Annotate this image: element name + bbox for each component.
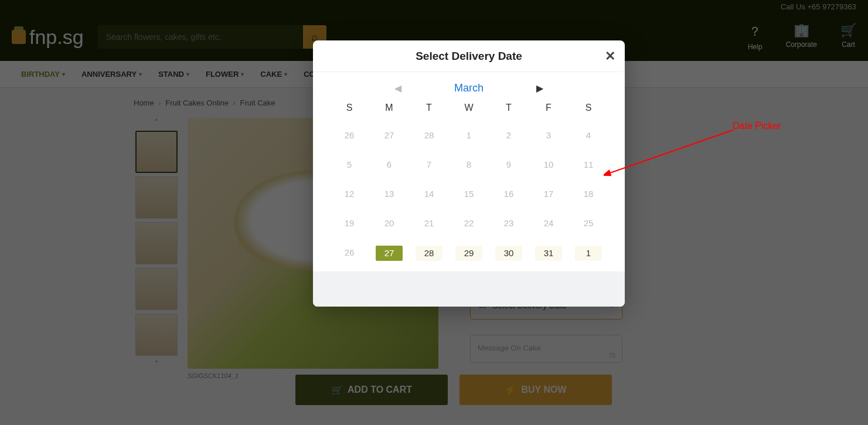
calendar-day: 7 [409,158,449,172]
calendar-day[interactable]: 29 [455,246,482,261]
calendar-day: 5 [329,158,369,172]
calendar-nav: ◀ March ▶ [329,78,608,98]
calendar-day[interactable]: 30 [495,246,522,261]
calendar-day: 4 [569,128,608,142]
calendar-dow: F [529,103,569,113]
calendar-day: 19 [329,216,369,230]
calendar-day: 3 [529,128,569,142]
calendar-grid: SMTWTFS262728123456789101112131415161718… [329,103,608,261]
modal-footer [313,271,625,307]
calendar-day: 18 [569,187,608,201]
close-icon[interactable]: ✕ [605,49,615,64]
calendar-day: 9 [489,158,529,172]
calendar-day: 17 [529,187,569,201]
calendar-day: 6 [369,158,409,172]
calendar-day: 1 [449,128,489,142]
calendar-day: 15 [449,187,489,201]
annotation-arrow [604,128,738,181]
calendar-day: 25 [569,216,608,230]
calendar-dow: M [369,103,409,113]
calendar-day[interactable]: 28 [416,246,442,261]
calendar-day: 16 [489,187,529,201]
calendar-day[interactable]: 27 [376,246,403,261]
calendar-day: 2 [489,128,529,142]
calendar-day: 20 [369,216,409,230]
calendar-day: 8 [449,158,489,172]
calendar-day: 13 [369,187,409,201]
calendar-day: 28 [409,128,449,142]
calendar-day: 22 [449,216,489,230]
calendar: ◀ March ▶ SMTWTFS26272812345678910111213… [313,72,625,271]
modal-header: Select Delivery Date ✕ [313,40,625,72]
modal-title: Select Delivery Date [416,50,522,63]
calendar-dow: S [329,103,369,113]
calendar-day: 24 [529,216,569,230]
calendar-day: 14 [409,187,449,201]
calendar-day: 27 [369,128,409,142]
date-picker-modal: Select Delivery Date ✕ ◀ March ▶ SMTWTFS… [313,40,625,307]
calendar-day[interactable]: 1 [575,246,602,261]
calendar-day[interactable]: 31 [535,246,562,261]
calendar-dow: S [569,103,608,113]
calendar-day: 11 [569,158,608,172]
calendar-day: 12 [329,187,369,201]
calendar-day: 10 [529,158,569,172]
svg-line-0 [608,130,733,174]
calendar-dow: T [489,103,529,113]
calendar-month: March [454,82,484,94]
calendar-dow: W [449,103,489,113]
calendar-day: 21 [409,216,449,230]
next-month-button[interactable]: ▶ [536,83,543,94]
calendar-day: 26 [329,128,369,142]
calendar-day: 26 [329,246,369,260]
prev-month-button[interactable]: ◀ [394,83,401,94]
annotation-label: Date Picker [733,121,781,131]
calendar-day: 23 [489,216,529,230]
calendar-dow: T [409,103,449,113]
